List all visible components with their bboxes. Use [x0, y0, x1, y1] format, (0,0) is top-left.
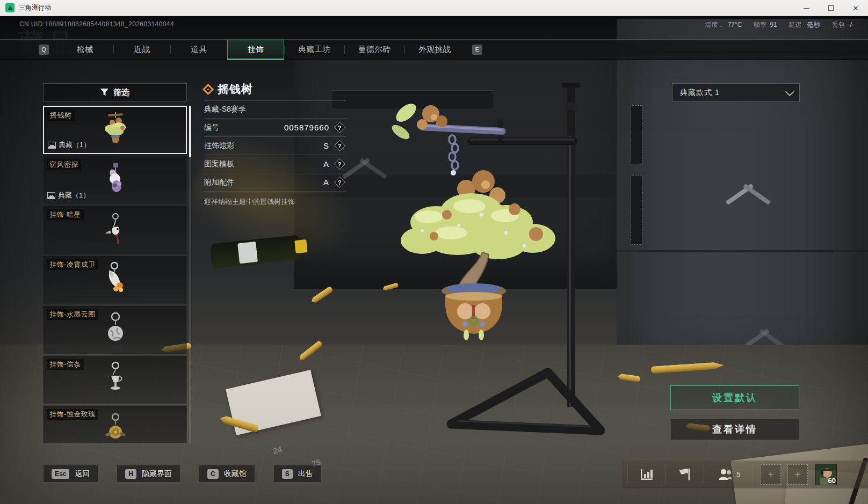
flag-icon	[678, 468, 692, 481]
chevron-down-icon	[785, 87, 794, 96]
accessory-grade: A	[323, 178, 329, 187]
ink-cloud-thumbnail	[99, 311, 131, 348]
tab-guns[interactable]: 枪械	[56, 40, 113, 59]
empty-slot-add-button[interactable]: +	[761, 464, 781, 485]
money-tree-thumbnail	[99, 111, 131, 149]
item-name-label: 挂饰-水墨云图	[47, 309, 98, 320]
tab-melee[interactable]: 近战	[113, 40, 170, 59]
display-stand	[451, 83, 601, 430]
dark-star-thumbnail	[99, 211, 131, 249]
collection-badge: 典藏（1）	[47, 191, 90, 200]
stat-packet-loss: 丢包-/-	[832, 20, 854, 30]
stat-latency: 延迟-毫秒	[789, 20, 820, 30]
hotkey-back[interactable]: Esc 返回	[43, 465, 98, 483]
tab-charms[interactable]: 挂饰	[227, 40, 284, 59]
scrollbar-thumb[interactable]	[189, 106, 191, 157]
creed-thumbnail	[99, 361, 131, 398]
team-count: 5	[736, 470, 741, 479]
hotkey-collection-hall[interactable]: C 收藏馆	[199, 465, 255, 483]
hotkey-sell[interactable]: S 出售	[273, 465, 322, 483]
item-name-label: 挂饰-信条	[47, 359, 84, 370]
list-item-wind-spy[interactable]: 窃风密探 典藏（1）	[43, 156, 187, 204]
image-icon	[47, 192, 55, 199]
close-button[interactable]: ✕	[843, 0, 868, 16]
list-item-ink-cloud[interactable]: 挂饰-水墨云图	[43, 305, 187, 354]
list-item-gold-rose[interactable]: 挂饰-蚀金玫瑰	[43, 405, 187, 443]
app-window: { "window": {"title": "三角洲行动", "minimize…	[0, 0, 868, 504]
detail-row-charm-colorway: 挂饰炫彩 S ?	[204, 137, 346, 155]
category-tabbar: Q 枪械 近战 道具 挂饰 典藏工坊 曼德尔砖 外观挑战 E	[0, 39, 868, 60]
player-uid: CN UID:188891088268544081348_20260314004…	[19, 20, 174, 28]
charm-item-list: 摇钱树 典藏（1）	[43, 106, 187, 443]
list-item-creed[interactable]: 挂饰-信条	[43, 355, 187, 404]
item-name-label: 摇钱树	[47, 110, 75, 121]
serial-number: 005879660	[284, 123, 329, 132]
avatar-level: 60	[828, 477, 836, 485]
hotkey-hide-ui[interactable]: H 隐藏界面	[117, 465, 180, 483]
colorway-grade: S	[323, 141, 329, 150]
tab-props[interactable]: 道具	[170, 40, 227, 59]
tab-collection-workshop[interactable]: 典藏工坊	[284, 40, 344, 59]
tab-mandel-brick[interactable]: 曼德尔砖	[344, 40, 404, 59]
hotkey-bar: Esc 返回 H 隐藏界面 C 收藏馆 S 出售	[43, 465, 322, 483]
view-details-button[interactable]: 查看详情	[670, 419, 799, 440]
filter-button[interactable]: 筛选	[43, 83, 187, 101]
detail-row-extra-accessory: 附加配件 A ?	[204, 173, 346, 192]
list-item-money-tree[interactable]: 摇钱树 典藏（1）	[43, 106, 187, 154]
item-list-scrollbar	[189, 106, 191, 443]
maximize-button[interactable]	[819, 0, 843, 16]
bar-chart-icon	[640, 468, 654, 481]
help-icon[interactable]: ?	[334, 177, 345, 188]
keycap-h: H	[125, 469, 136, 479]
player-avatar[interactable]: 60	[815, 464, 837, 485]
set-default-button[interactable]: 设置默认	[670, 385, 799, 410]
game-stage: 24 25	[0, 16, 868, 504]
help-icon[interactable]: ?	[334, 122, 345, 133]
item-name-label: 挂饰-暗星	[47, 209, 84, 220]
item-description: 迎祥纳福主题中的摇钱树挂饰	[204, 192, 346, 207]
image-icon	[48, 142, 56, 149]
keycap-c: C	[207, 469, 219, 479]
stats-chart-button[interactable]	[628, 468, 666, 481]
social-utility-bar: 5 + + 60	[622, 461, 868, 488]
detail-row-pattern-template: 图案模板 A ?	[204, 155, 346, 173]
app-logo-icon	[5, 3, 15, 12]
empty-slot-add-button-2[interactable]: +	[787, 464, 808, 485]
collection-badge: 典藏（1）	[48, 140, 90, 150]
money-tree-charm	[389, 100, 555, 340]
rarity-diamond-icon	[202, 83, 214, 94]
keycap-s: S	[282, 469, 293, 479]
window-title: 三角洲行动	[19, 3, 51, 12]
key-hint-e: E	[472, 45, 482, 55]
gold-rose-thumbnail	[99, 411, 131, 443]
team-button[interactable]: 5	[704, 468, 754, 481]
season-label: 典藏-S8赛季	[204, 101, 346, 119]
scene-crate-right	[617, 19, 868, 395]
item-name-label: 窃风密探	[47, 159, 81, 170]
item-title: 摇钱树	[218, 82, 253, 97]
detail-row-serial: 编号 005879660 ?	[204, 119, 346, 137]
performance-stats: 温度：77°C 帧率91 延迟-毫秒 丢包-/-	[705, 20, 855, 30]
list-item-dark-star[interactable]: 挂饰-暗星	[43, 206, 187, 254]
stat-fps: 帧率91	[754, 20, 777, 30]
stat-temperature: 温度：77°C	[705, 20, 742, 30]
pattern-grade: A	[323, 159, 329, 169]
help-icon[interactable]: ?	[334, 140, 345, 151]
keycap-esc: Esc	[52, 469, 69, 479]
item-name-label: 挂饰-蚀金玫瑰	[47, 409, 98, 420]
item-name-label: 挂饰-凌霄成卫	[47, 259, 98, 270]
rocket-thumbnail	[99, 261, 131, 298]
list-item-rocket[interactable]: 挂饰-凌霄成卫	[43, 255, 187, 304]
key-hint-q: Q	[39, 45, 49, 55]
help-icon[interactable]: ?	[334, 158, 345, 170]
style-dropdown[interactable]: 典藏款式 1	[672, 83, 800, 102]
money-tree-pendant-model	[371, 74, 628, 450]
style-dropdown-value: 典藏款式 1	[680, 88, 720, 98]
titlebar: 三角洲行动 ✕	[0, 0, 868, 16]
flag-button[interactable]	[666, 468, 704, 481]
tab-appearance-challenge[interactable]: 外观挑战	[404, 40, 465, 59]
wind-spy-thumbnail	[99, 161, 131, 199]
minimize-button[interactable]	[794, 0, 819, 16]
item-detail-panel: 摇钱树 典藏-S8赛季 编号 005879660 ? 挂饰炫彩 S ? 图案模板…	[204, 78, 346, 207]
filter-funnel-icon	[100, 89, 108, 96]
